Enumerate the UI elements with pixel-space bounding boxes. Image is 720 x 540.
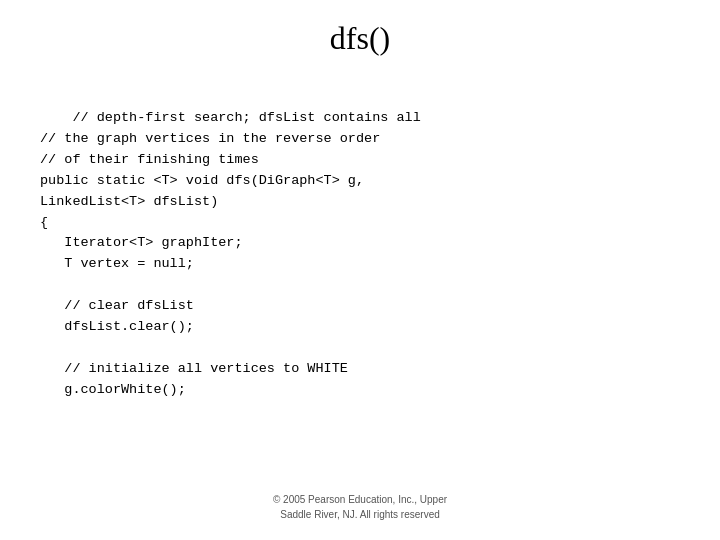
footer-line1: © 2005 Pearson Education, Inc., Upper	[273, 492, 447, 507]
code-line-10: // clear dfsList	[40, 298, 194, 313]
code-line-8: T vertex = null;	[40, 256, 194, 271]
code-line-5: LinkedList<T> dfsList)	[40, 194, 218, 209]
code-line-14: g.colorWhite();	[40, 382, 186, 397]
slide-container: dfs() // depth-first search; dfsList con…	[0, 0, 720, 540]
code-line-3: // of their finishing times	[40, 152, 259, 167]
code-line-13: // initialize all vertices to WHITE	[40, 361, 348, 376]
code-line-2: // the graph vertices in the reverse ord…	[40, 131, 380, 146]
code-line-6: {	[40, 215, 48, 230]
footer-line2: Saddle River, NJ. All rights reserved	[273, 507, 447, 522]
code-line-7: Iterator<T> graphIter;	[40, 235, 243, 250]
code-line-1: // depth-first search; dfsList contains …	[72, 110, 420, 125]
footer: © 2005 Pearson Education, Inc., Upper Sa…	[273, 492, 447, 522]
code-block: // depth-first search; dfsList contains …	[40, 87, 421, 422]
code-line-4: public static <T> void dfs(DiGraph<T> g,	[40, 173, 364, 188]
slide-title: dfs()	[330, 20, 390, 57]
code-line-11: dfsList.clear();	[40, 319, 194, 334]
